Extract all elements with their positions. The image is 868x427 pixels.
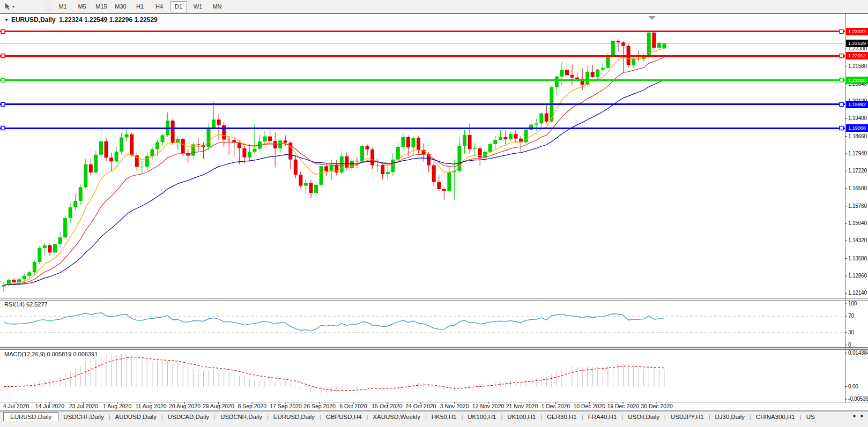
level-drag-handle[interactable]: [1, 54, 5, 58]
candle-body: [345, 156, 348, 168]
candle-body: [617, 41, 620, 42]
tab-scroll-arrows: ◄ ►: [851, 413, 865, 418]
candle-body: [105, 141, 108, 158]
chart-tab-fra40-h1[interactable]: FRA40,H1: [583, 413, 622, 421]
candle-body: [263, 137, 267, 141]
candle-body: [320, 166, 323, 185]
candle-body: [53, 244, 57, 252]
candle-body: [503, 137, 507, 139]
candle-body: [181, 139, 185, 153]
candle-body: [268, 137, 272, 141]
level-drag-handle[interactable]: [1, 102, 5, 106]
chart-tab-usdcnh-daily[interactable]: USDCNH,Daily: [216, 413, 267, 421]
candle-body: [509, 134, 513, 139]
chart-tab-usdjpy-h1[interactable]: USDJPY,H1: [666, 413, 709, 421]
candle-body: [89, 164, 93, 173]
candle-body: [591, 72, 595, 77]
candle-body: [355, 161, 359, 161]
candle-body: [99, 141, 103, 155]
chart-tab-eurusd-daily[interactable]: EURUSD,Daily: [269, 413, 320, 421]
candle-body: [560, 70, 563, 77]
level-drag-handle[interactable]: [1, 126, 5, 130]
chart-tab-gbpusd-h4[interactable]: GBPUSD,H4: [321, 413, 366, 421]
candle-body: [109, 158, 113, 161]
candle-body: [125, 134, 129, 138]
candle-body: [662, 43, 666, 48]
candle-body: [12, 280, 16, 282]
candle-body: [606, 56, 610, 68]
candle-body: [396, 147, 400, 160]
chart-tab-us[interactable]: US: [802, 413, 815, 421]
tab-scroll-left-icon[interactable]: ◄: [851, 413, 856, 418]
chart-tab-hk50-h1[interactable]: HK50,H1: [427, 413, 462, 421]
candle-body: [529, 125, 533, 130]
chart-tab-usdchf-daily[interactable]: USDCHF,Daily: [58, 413, 108, 421]
candle-body: [412, 138, 416, 147]
candle-body: [212, 119, 216, 128]
candle-body: [145, 156, 149, 167]
candle-body: [120, 137, 123, 151]
candle-body: [601, 68, 605, 70]
candle-body: [366, 146, 369, 149]
candle-body: [611, 41, 615, 56]
candle-body: [248, 152, 251, 157]
candle-body: [657, 43, 661, 48]
candle-body: [161, 135, 165, 142]
candle-body: [242, 148, 246, 158]
candle-body: [155, 142, 159, 149]
candle-body: [79, 187, 83, 201]
chart-tab-china300-h1[interactable]: CHINA300,H1: [751, 413, 800, 421]
candle-body: [360, 146, 364, 162]
candle-body: [442, 189, 446, 191]
candle-body: [381, 165, 384, 174]
chart-tab-usoil-daily[interactable]: USOil,Daily: [623, 413, 664, 421]
chart-tab-usdcad-daily[interactable]: USDCAD,Daily: [163, 413, 214, 421]
level-drag-handle[interactable]: [840, 126, 843, 130]
level-drag-handle[interactable]: [840, 54, 843, 58]
level-drag-handle[interactable]: [840, 29, 843, 33]
candle-body: [539, 114, 543, 124]
level-drag-handle[interactable]: [1, 29, 5, 33]
tab-scroll-right-icon[interactable]: ►: [860, 413, 865, 418]
candle-body: [207, 128, 211, 147]
candle-body: [150, 149, 154, 156]
chart-tab-xauusd-weekly[interactable]: XAUUSD,Weekly: [368, 413, 425, 421]
candle-body: [196, 144, 200, 145]
chart-canvas[interactable]: [0, 0, 868, 427]
candle-body: [575, 78, 579, 79]
candle-body: [324, 166, 328, 171]
candle-body: [514, 134, 518, 139]
candle-body: [386, 172, 390, 174]
candle-body: [23, 276, 26, 279]
candle-body: [63, 218, 67, 237]
level-drag-handle[interactable]: [840, 102, 843, 106]
candle-body: [227, 139, 231, 140]
candle-body: [437, 182, 441, 189]
candle-body: [468, 135, 472, 149]
candle-body: [401, 137, 405, 147]
chart-tab-ger30-h1[interactable]: GER30,H1: [542, 413, 582, 421]
level-drag-handle[interactable]: [1, 78, 5, 82]
candle-body: [171, 121, 175, 143]
chart-tab-bar: EURUSD,DailyUSDCHF,Daily|AUDUSD,Daily|US…: [0, 411, 868, 422]
chart-tab-eurusd-daily[interactable]: EURUSD,Daily: [3, 412, 58, 422]
candle-body: [370, 149, 374, 166]
candle-body: [652, 33, 656, 48]
candle-body: [299, 175, 302, 186]
chart-tab-dj30-daily[interactable]: DJ30,Daily: [710, 413, 750, 421]
chart-tab-audusd-daily[interactable]: AUDUSD,Daily: [110, 413, 161, 421]
candle-body: [493, 140, 497, 144]
candle-body: [69, 207, 72, 218]
candle-body: [73, 201, 77, 207]
candle-body: [58, 237, 62, 244]
candle-body: [115, 152, 118, 161]
candle-body: [33, 262, 36, 272]
chart-tab-uk100-h1[interactable]: UK100,H1: [502, 413, 540, 421]
candle-body: [130, 134, 133, 155]
chart-tab-uk100-h1[interactable]: UK100,H1: [463, 413, 501, 421]
level-drag-handle[interactable]: [840, 78, 843, 82]
candle-body: [406, 137, 410, 147]
status-bar: [0, 421, 868, 427]
candle-body: [570, 75, 574, 77]
candle-body: [84, 164, 87, 188]
